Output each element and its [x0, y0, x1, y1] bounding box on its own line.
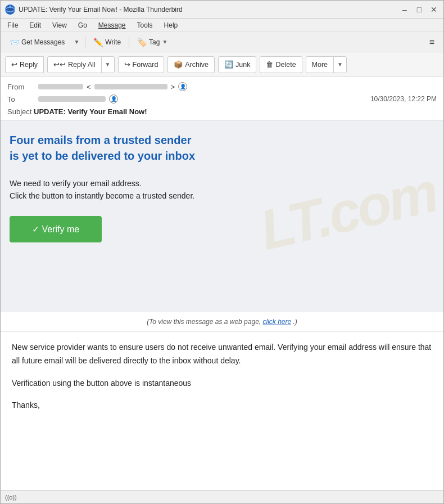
body-paragraph-1: New service provider wants to ensure use…: [12, 341, 432, 368]
forward-icon: ↪: [124, 60, 130, 69]
from-label: From: [7, 83, 38, 91]
hamburger-icon: ≡: [429, 37, 434, 47]
watermark: LT.com: [235, 123, 443, 299]
wifi-icon: ((o)): [5, 494, 17, 501]
menu-message[interactable]: Message: [94, 20, 130, 30]
archive-icon: 📦: [174, 60, 183, 69]
write-icon: ✏️: [93, 38, 103, 47]
from-row: From < > 👤: [7, 80, 437, 93]
subject-label: Subject: [7, 107, 31, 116]
verify-me-button[interactable]: ✓ Verify me: [10, 216, 102, 242]
email-header: From < > 👤 To 👤 10/30/2023, 12:22 PM Sub…: [1, 77, 443, 121]
tag-chevron-down-icon: ▼: [162, 39, 167, 45]
title-bar: UPDATE: Verify Your Email Now! - Mozilla…: [1, 1, 443, 19]
app-icon: [5, 4, 15, 15]
main-toolbar: 📨 Get Messages ▼ ✏️ Write 🏷️ Tag ▼ ≡: [1, 32, 443, 52]
to-label: To: [7, 95, 38, 104]
chevron-down-icon: ▼: [105, 61, 111, 68]
more-chevron-down-icon: ▼: [337, 61, 343, 68]
more-dropdown[interactable]: ▼: [333, 56, 347, 73]
window-controls: – □ ✕: [400, 4, 439, 15]
maximize-button[interactable]: □: [414, 4, 424, 15]
junk-icon: 🔄: [224, 60, 233, 69]
menu-view[interactable]: View: [48, 20, 71, 30]
menu-tools[interactable]: Tools: [133, 20, 157, 30]
menu-help[interactable]: Help: [160, 20, 183, 30]
from-email-redacted: [94, 84, 167, 89]
delete-button[interactable]: 🗑 Delete: [260, 56, 302, 73]
reply-all-icon: ↩↩: [53, 60, 66, 69]
reply-all-button[interactable]: ↩↩ Reply All: [47, 56, 102, 73]
reply-icon: ↩: [11, 60, 17, 69]
web-page-note: (To view this message as a web page, cli…: [1, 312, 443, 332]
menu-file[interactable]: File: [3, 20, 22, 30]
from-value: < > 👤: [38, 82, 437, 91]
from-person-icon: 👤: [178, 82, 187, 91]
window-title: UPDATE: Verify Your Email Now! - Mozilla…: [19, 6, 400, 14]
forward-button[interactable]: ↪ Forward: [118, 56, 165, 73]
reply-all-dropdown[interactable]: ▼: [101, 56, 115, 73]
to-value: 👤: [38, 94, 370, 104]
from-name-redacted: [38, 84, 83, 89]
tag-icon: 🏷️: [137, 38, 147, 47]
body-paragraph-2: Verification using the button above is i…: [12, 377, 432, 390]
click-here-link[interactable]: click here: [262, 318, 291, 326]
svg-point-2: [9, 6, 11, 8]
hamburger-menu-button[interactable]: ≡: [425, 35, 439, 49]
email-body: LT.com Four emails from a trusted sender…: [1, 121, 443, 490]
email-content-panel: LT.com Four emails from a trusted sender…: [1, 121, 443, 312]
archive-button[interactable]: 📦 Archive: [167, 56, 215, 73]
main-window: UPDATE: Verify Your Email Now! - Mozilla…: [0, 0, 444, 504]
junk-button[interactable]: 🔄 Junk: [218, 56, 256, 73]
to-row: To 👤 10/30/2023, 12:22 PM: [7, 93, 437, 105]
menu-go[interactable]: Go: [74, 20, 92, 30]
tag-button[interactable]: 🏷️ Tag ▼: [133, 36, 172, 48]
email-date: 10/30/2023, 12:22 PM: [370, 95, 437, 103]
reply-button[interactable]: ↩ Reply: [5, 56, 44, 73]
subject-row: Subject UPDATE: Verify Your Email Now!: [7, 105, 437, 117]
to-person-icon: 👤: [109, 94, 118, 104]
email-body-content: New service provider wants to ensure use…: [1, 332, 443, 430]
get-messages-icon: 📨: [10, 38, 19, 47]
delete-icon: 🗑: [266, 60, 273, 69]
status-bar: ((o)): [1, 490, 443, 503]
more-button[interactable]: More: [306, 56, 334, 73]
menu-edit[interactable]: Edit: [25, 20, 46, 30]
email-body-text: We need to verify your email address. Cl…: [10, 177, 223, 202]
close-button[interactable]: ✕: [429, 4, 439, 15]
chevron-down-icon: ▼: [74, 39, 79, 45]
minimize-button[interactable]: –: [400, 4, 410, 15]
toolbar-separator-1: [85, 37, 85, 48]
more-group: More ▼: [306, 56, 347, 73]
email-headline: Four emails from a trusted sender is yet…: [10, 132, 201, 164]
write-button[interactable]: ✏️ Write: [89, 36, 125, 48]
action-bar: ↩ Reply ↩↩ Reply All ▼ ↪ Forward 📦 Archi…: [1, 52, 443, 77]
body-paragraph-3: Thanks,: [12, 399, 432, 412]
get-messages-dropdown[interactable]: ▼: [71, 37, 81, 47]
reply-all-group: ↩↩ Reply All ▼: [47, 56, 115, 73]
get-messages-button[interactable]: 📨 Get Messages: [5, 36, 69, 48]
menu-bar: File Edit View Go Message Tools Help: [1, 19, 443, 32]
toolbar-separator-2: [129, 37, 129, 48]
reply-group: ↩ Reply: [5, 56, 44, 73]
to-email-redacted: [38, 96, 106, 102]
subject-value: UPDATE: Verify Your Email Now!: [34, 107, 147, 116]
